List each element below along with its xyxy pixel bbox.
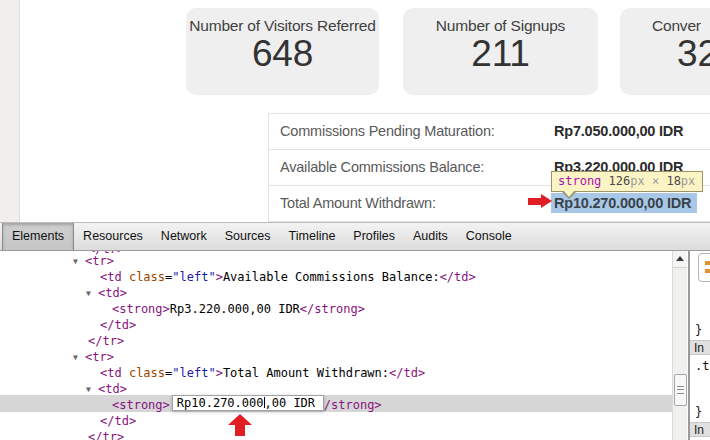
tooltip-dimension-part: × bbox=[645, 174, 667, 188]
code-token-tag: </td> bbox=[389, 366, 425, 380]
tooltip-dimension-part: 126 bbox=[601, 174, 630, 188]
commissions-summary-table: Commissions Pending Maturation:Rp7.050.0… bbox=[268, 113, 710, 222]
styles-fragment-glyph bbox=[705, 269, 710, 273]
devtools-inspect-tooltip: strong 126px × 18px bbox=[551, 171, 703, 192]
code-token-text: Total Amount Withdrawn: bbox=[223, 366, 389, 380]
code-token-tag: <tr> bbox=[85, 350, 114, 364]
edit-text-after-caret: ,00 IDR bbox=[265, 396, 316, 410]
page-left-sidebar-strip bbox=[0, 0, 20, 222]
tab-profiles[interactable]: Profiles bbox=[344, 223, 404, 250]
code-token-tag: </td> bbox=[100, 414, 136, 428]
dom-tree-line[interactable]: </td> bbox=[100, 413, 136, 429]
expand-arrow-icon[interactable]: ▼ bbox=[86, 286, 91, 302]
scroll-up-icon bbox=[676, 256, 684, 261]
expand-arrow-icon[interactable]: ▼ bbox=[73, 350, 78, 366]
dom-tree-line[interactable]: <td class="left">Total Amount Withdrawn:… bbox=[100, 365, 425, 381]
code-token-plain bbox=[122, 366, 129, 380]
scrollbar-up-button[interactable] bbox=[673, 251, 687, 268]
code-token-tag: > bbox=[216, 366, 223, 380]
code-token-val: "left" bbox=[172, 270, 215, 284]
dom-tree-line[interactable]: ▼<tr> bbox=[85, 349, 114, 365]
stat-card-value: 32 bbox=[620, 37, 710, 71]
tab-resources[interactable]: Resources bbox=[74, 223, 152, 250]
css-selector-fragment: .t bbox=[695, 359, 709, 373]
dom-tree-line[interactable]: </tr> bbox=[88, 429, 124, 440]
code-token-tag: </strong> bbox=[300, 302, 365, 316]
stat-card-title: Conver bbox=[620, 8, 710, 34]
tooltip-dimension-part: 18 bbox=[666, 174, 680, 188]
tab-audits[interactable]: Audits bbox=[404, 223, 457, 250]
tooltip-dimensions: 126px × 18px bbox=[601, 174, 695, 188]
code-token-tag: <td bbox=[100, 366, 122, 380]
tab-console[interactable]: Console bbox=[457, 223, 521, 250]
edit-text-before-caret: Rp10.270.000 bbox=[177, 396, 264, 410]
arrow-stem bbox=[235, 424, 245, 436]
tooltip-dimension-part: px bbox=[630, 174, 644, 188]
stat-card-value: 648 bbox=[186, 37, 379, 71]
summary-row-label: Total Amount Withdrawn: bbox=[280, 195, 436, 211]
code-token-tag: <tr> bbox=[85, 254, 114, 268]
inherited-section-bar: In bbox=[690, 340, 710, 355]
code-token-text: Rp3.220.000,00 IDR bbox=[170, 302, 300, 316]
elements-panel-scrollbar[interactable] bbox=[672, 251, 687, 440]
stat-card-3: Conver32 bbox=[620, 8, 710, 95]
code-token-tag: <strong> bbox=[112, 398, 170, 412]
code-token-tag: <td> bbox=[98, 286, 127, 300]
styles-sidebar-pane[interactable]: } In .t } In ta bbox=[690, 251, 710, 440]
code-token-tag: <td bbox=[100, 270, 122, 284]
code-token-tag: <td> bbox=[98, 382, 127, 396]
tab-elements[interactable]: Elements bbox=[2, 223, 74, 250]
dom-tree-line[interactable]: ▼<tr> bbox=[85, 253, 114, 269]
dom-tree-line[interactable]: <td class="left">Available Commissions B… bbox=[100, 269, 476, 285]
dom-tree-line[interactable]: ▼<td> bbox=[98, 285, 127, 301]
tooltip-caret-fill bbox=[563, 190, 575, 197]
code-token-attr: class bbox=[129, 366, 165, 380]
code-token-plain bbox=[122, 270, 129, 284]
tab-timeline[interactable]: Timeline bbox=[280, 223, 345, 250]
expand-arrow-icon[interactable]: ▼ bbox=[73, 254, 78, 270]
dom-tree-line[interactable]: <strong>Rp10.270.000,00 IDR/strong> bbox=[112, 397, 382, 413]
styles-fragment-glyph bbox=[705, 261, 710, 265]
summary-row-label: Commissions Pending Maturation: bbox=[280, 123, 495, 139]
tooltip-tag-name: strong bbox=[558, 174, 601, 188]
node-text-edit-input[interactable]: Rp10.270.000,00 IDR bbox=[172, 395, 324, 411]
devtools-tab-bar: ElementsResourcesNetworkSourcesTimelineP… bbox=[0, 222, 710, 251]
tooltip-dimension-part: px bbox=[681, 174, 695, 188]
screenshot-root: Number of Visitors Referred648Number of … bbox=[0, 0, 710, 440]
devtools-window: ElementsResourcesNetworkSourcesTimelineP… bbox=[0, 222, 710, 440]
code-token-val: "left" bbox=[172, 366, 215, 380]
styles-pane-top-box bbox=[698, 253, 710, 282]
web-page-area: Number of Visitors Referred648Number of … bbox=[0, 0, 710, 222]
code-token-tag: </tr> bbox=[88, 430, 124, 440]
stat-card-title: Number of Signups bbox=[403, 8, 598, 34]
stat-card-2: Number of Signups211 bbox=[403, 8, 598, 95]
dom-tree-line[interactable]: <strong>Rp3.220.000,00 IDR</strong> bbox=[112, 301, 365, 317]
summary-row-value: Rp7.050.000,00 IDR bbox=[554, 123, 683, 139]
tab-sources[interactable]: Sources bbox=[216, 223, 280, 250]
stat-card-value: 211 bbox=[403, 37, 598, 71]
summary-table-row: Commissions Pending Maturation:Rp7.050.0… bbox=[269, 114, 710, 150]
css-closing-brace: } bbox=[695, 323, 702, 337]
arrow-head bbox=[541, 194, 552, 208]
devtools-elements-tree-panel[interactable]: </tr>▼<tr><td class="left">Available Com… bbox=[0, 251, 672, 440]
inherited-section-bar: In bbox=[690, 422, 710, 437]
summary-row-label: Available Commissions Balance: bbox=[280, 159, 484, 175]
stat-card-title: Number of Visitors Referred bbox=[186, 8, 379, 34]
stat-card-1: Number of Visitors Referred648 bbox=[186, 8, 379, 95]
code-token-tag: </td> bbox=[440, 270, 476, 284]
code-token-tag: </tr> bbox=[88, 334, 124, 348]
arrow-stem bbox=[528, 198, 542, 205]
red-annotation-arrow-right bbox=[528, 194, 552, 208]
code-token-tag: </td> bbox=[100, 318, 136, 332]
scrollbar-thumb[interactable] bbox=[674, 374, 687, 406]
tab-network[interactable]: Network bbox=[152, 223, 216, 250]
red-annotation-arrow-up bbox=[228, 414, 252, 436]
expand-arrow-icon[interactable]: ▼ bbox=[86, 382, 91, 398]
dom-tree-line[interactable]: </td> bbox=[100, 317, 136, 333]
code-token-tag: <strong> bbox=[112, 302, 170, 316]
code-token-text: Available Commissions Balance: bbox=[223, 270, 440, 284]
code-token-tag: /strong> bbox=[324, 398, 382, 412]
scrollbar-grip-icon bbox=[677, 386, 684, 394]
dom-tree-line[interactable]: ▼<td> bbox=[98, 381, 127, 397]
dom-tree-line[interactable]: </tr> bbox=[88, 333, 124, 349]
